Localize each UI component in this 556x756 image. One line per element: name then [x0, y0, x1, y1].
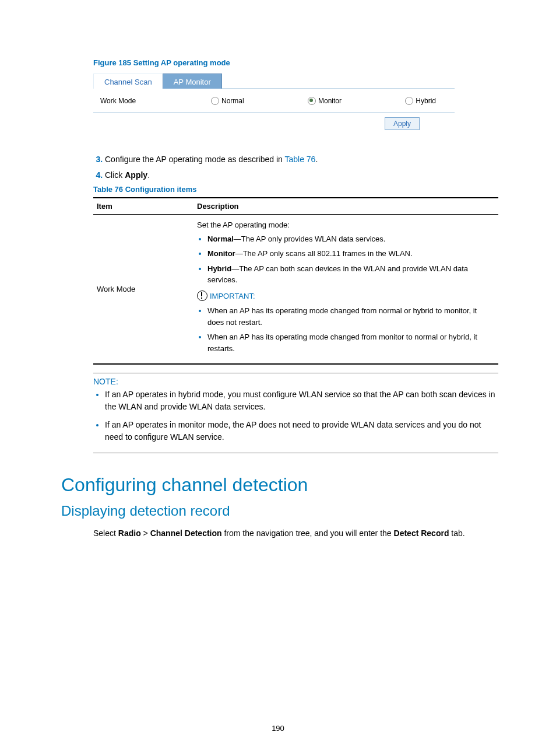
- important-label: IMPORTANT:: [197, 290, 495, 302]
- th-desc: Description: [193, 198, 498, 215]
- table-76-link[interactable]: Table 76: [284, 155, 315, 164]
- work-mode-label: Work Mode: [100, 97, 199, 105]
- radio-normal[interactable]: Normal: [211, 97, 244, 105]
- tab-channel-scan[interactable]: Channel Scan: [93, 74, 163, 89]
- figure-caption: Figure 185 Setting AP operating mode: [93, 58, 495, 67]
- warning-icon: [197, 290, 207, 301]
- step-list: Configure the AP operating mode as descr…: [93, 153, 495, 181]
- config-table: Item Description Work Mode Set the AP op…: [93, 197, 498, 365]
- note-label: NOTE:: [93, 377, 498, 386]
- screenshot-figure: Channel Scan AP Monitor Work Mode Normal…: [93, 71, 455, 130]
- note-item: If an AP operates in monitor mode, the A…: [105, 419, 498, 443]
- radio-icon: [308, 97, 316, 105]
- work-mode-row: Work Mode Normal Monitor Hybrid: [93, 89, 455, 113]
- td-desc: Set the AP operating mode: Normal—The AP…: [193, 215, 498, 365]
- radio-label: Normal: [221, 97, 244, 105]
- radio-hybrid[interactable]: Hybrid: [405, 97, 436, 105]
- body-paragraph: Select Radio > Channel Detection from th…: [93, 527, 495, 540]
- radio-label: Monitor: [318, 97, 342, 105]
- radio-icon: [211, 97, 219, 105]
- apply-button[interactable]: Apply: [385, 117, 420, 130]
- heading-2: Displaying detection record: [61, 503, 495, 519]
- table-row: Work Mode Set the AP operating mode: Nor…: [93, 215, 498, 365]
- heading-1: Configuring channel detection: [61, 474, 495, 496]
- radio-icon: [405, 97, 413, 105]
- step-4: Click Apply.: [105, 169, 495, 181]
- page-number: 190: [0, 724, 556, 733]
- step-3: Configure the AP operating mode as descr…: [105, 153, 495, 166]
- th-item: Item: [93, 198, 193, 215]
- note-block: NOTE: If an AP operates in hybrid mode, …: [93, 373, 498, 453]
- table-caption: Table 76 Configuration items: [93, 185, 495, 194]
- note-item: If an AP operates in hybrid mode, you mu…: [105, 388, 498, 413]
- td-item: Work Mode: [93, 215, 193, 365]
- radio-monitor[interactable]: Monitor: [308, 97, 342, 105]
- tab-ap-monitor[interactable]: AP Monitor: [163, 74, 222, 89]
- radio-label: Hybrid: [416, 97, 436, 105]
- tab-bar: Channel Scan AP Monitor: [93, 71, 455, 89]
